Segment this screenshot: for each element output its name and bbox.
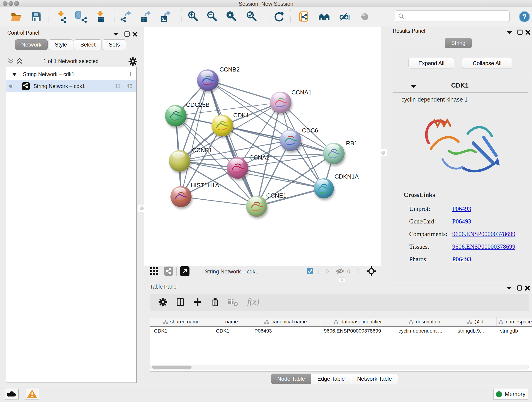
table-horizontal-scrollbar[interactable] [150,365,529,370]
birds-eye-view-icon[interactable] [366,266,377,277]
table-cell[interactable]: CDK1 [150,326,212,335]
preview-eye-icon[interactable] [358,10,371,23]
close-panel-icon[interactable] [525,29,531,36]
import-network-from-database-icon[interactable] [74,10,87,23]
float-panel-icon[interactable] [517,285,523,292]
expand-all-button[interactable]: Expand All [409,58,454,69]
table-options-gear-icon[interactable] [158,297,168,308]
crosslink-label: GeneCard: [409,218,452,225]
zoom-in-icon[interactable] [187,10,200,23]
network-from-document-icon[interactable] [298,10,310,23]
hide-graphics-icon[interactable] [339,10,351,23]
tab-network[interactable]: Network [15,39,48,50]
network-node-ccne1[interactable] [246,196,267,217]
hidden-eye-icon[interactable] [336,268,344,276]
close-panel-icon[interactable] [132,31,138,38]
float-panel-icon[interactable] [124,31,130,38]
tab-string[interactable]: String [445,38,472,48]
search-box[interactable] [395,10,510,22]
delete-column-icon[interactable] [210,297,220,308]
cloud-button[interactable] [5,389,19,400]
help-icon[interactable]: ? [519,11,531,24]
collapse-all-button[interactable]: Collapse All [462,58,512,69]
network-options-gear-icon[interactable] [128,56,138,67]
network-canvas[interactable]: CCNB2 CCNA1 CDC25B CDK1 CDC6 RB1CCNB1 CC… [144,27,381,266]
open-session-icon[interactable] [10,10,23,23]
node-table[interactable]: shared name name canonical name database… [150,317,532,371]
export-table-icon[interactable] [139,10,152,23]
column-header-shared-name[interactable]: shared name [150,317,212,327]
view-share-icon[interactable] [164,267,173,277]
table-cell[interactable]: 9606.ENSP00000378699 [320,326,395,335]
collapse-all-icon[interactable] [7,58,14,65]
zoom-fit-content-icon[interactable] [225,10,238,23]
tab-select[interactable]: Select [74,39,102,50]
column-header-description[interactable]: description [395,317,454,327]
save-session-icon[interactable] [30,10,43,23]
scrollbar-thumb[interactable] [152,366,191,369]
network-node-ccna2[interactable] [227,157,248,179]
warnings-button[interactable] [25,389,39,400]
network-node-ccnb1[interactable] [169,150,190,172]
column-header-namespace[interactable]: namespace [496,317,532,327]
zoom-out-icon[interactable] [206,10,219,23]
tab-network-table[interactable]: Network Table [351,374,398,384]
tab-style[interactable]: Style [49,39,73,50]
table-cell[interactable]: stringdb:9... [454,326,496,335]
close-panel-icon[interactable] [525,285,530,292]
column-header-database-identifier[interactable]: database identifier [320,317,395,327]
selected-checkbox-icon[interactable] [307,268,313,275]
crosslink-link[interactable]: P06493 [452,218,471,225]
right-splitter-handle[interactable] [380,149,387,156]
collection-count: 1 [129,71,132,77]
detach-view-icon[interactable] [180,266,190,277]
string-home-icon[interactable] [318,10,331,23]
zoom-selected-icon[interactable] [246,10,259,23]
column-header-name[interactable]: name [212,317,251,327]
panel-menu-icon[interactable] [506,286,512,291]
memory-button[interactable]: Memory [493,389,528,400]
network-node-cdc25b[interactable] [165,105,186,127]
crosslink-link[interactable]: 9606.ENSP00000378699 [452,230,515,237]
column-header-canonical-name[interactable]: canonical name [251,317,320,327]
collapse-section-icon[interactable] [410,84,417,89]
network-node-hist1h1a[interactable] [171,186,191,207]
network-node-cdkn1a[interactable] [314,178,334,198]
crosslink-link[interactable]: P06493 [452,256,471,263]
tab-edge-table[interactable]: Edge Table [311,374,351,384]
network-row-selected[interactable]: String Network – cdk1 11 48 [6,80,136,92]
table-cell[interactable]: cyclin-dependent ... [395,326,454,335]
network-node-cdc6[interactable] [280,129,301,151]
show-columns-icon[interactable] [175,297,185,308]
tab-node-table[interactable]: Node Table [271,374,311,384]
refresh-icon[interactable] [273,10,285,23]
network-node-ccnb2[interactable] [197,70,219,91]
network-node-rb1[interactable] [323,143,345,164]
import-network-from-file-icon[interactable] [55,10,68,23]
horizontal-splitter-handle[interactable] [339,277,345,282]
column-header-@id[interactable]: @id [454,317,496,327]
collapse-collection-icon[interactable] [12,73,17,76]
float-panel-icon[interactable] [517,29,523,36]
create-column-icon[interactable] [193,297,203,308]
node-gloss [172,152,185,159]
panel-menu-icon[interactable] [113,32,119,37]
table-cell[interactable]: stringdb [496,326,532,335]
import-table-from-file-icon[interactable] [95,10,108,23]
crosslink-link[interactable]: 9606.ENSP00000378699 [452,243,515,250]
table-row[interactable]: CDK1CDK1P064939606.ENSP00000378699cyclin… [150,326,532,335]
panel-menu-icon[interactable] [506,30,513,35]
tab-sets[interactable]: Sets [103,39,126,50]
export-network-icon[interactable] [120,10,133,23]
network-node-cdk1[interactable] [211,115,233,136]
table-cell[interactable]: CDK1 [212,326,251,335]
memory-label: Memory [505,391,525,397]
table-cell[interactable]: P06493 [251,326,320,335]
expand-all-icon[interactable] [16,58,23,65]
export-image-icon[interactable] [159,10,172,23]
crosslink-link[interactable]: P06493 [452,205,471,212]
search-input[interactable] [406,12,508,21]
network-collection-row[interactable]: String Network – cdk1 1 [6,69,136,80]
network-node-ccna1[interactable] [270,92,291,113]
view-grid-icon[interactable] [149,266,159,277]
